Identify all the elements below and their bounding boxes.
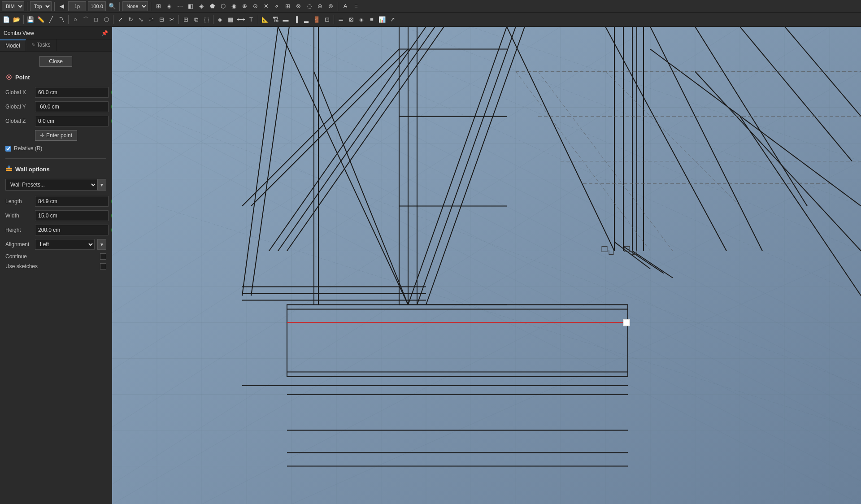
snap-toggle-icon[interactable]: ◈	[216, 15, 225, 24]
scale-icon[interactable]: ⤡	[136, 15, 145, 24]
trim-icon[interactable]: ✂	[167, 15, 176, 24]
snap3-icon[interactable]: ◧	[186, 2, 195, 11]
offset-icon[interactable]: ⊟	[157, 15, 166, 24]
width-input[interactable]	[35, 210, 109, 221]
snap14-icon[interactable]: ◌	[304, 2, 313, 11]
snap10-icon[interactable]: ✕	[261, 2, 270, 11]
global-x-check: ✓	[111, 88, 112, 97]
toolbar-extra1[interactable]: A	[341, 2, 350, 11]
rotate-icon[interactable]: ↻	[126, 15, 135, 24]
bim-dropdown[interactable]: BIM	[2, 1, 24, 11]
global-y-row: Global Y ✓	[5, 101, 106, 112]
relative-checkbox[interactable]	[5, 146, 11, 152]
alignment-select[interactable]: Left Center Right	[35, 239, 95, 250]
group-icon[interactable]: ⬚	[202, 15, 211, 24]
prev-view-icon[interactable]: ◀	[57, 2, 66, 11]
snap16-icon[interactable]: ⊜	[326, 2, 335, 11]
separator	[27, 2, 27, 11]
snap2-icon[interactable]: ⋯	[175, 2, 184, 11]
none-dropdown[interactable]: None	[122, 1, 148, 11]
snap9-icon[interactable]: ⊙	[251, 2, 260, 11]
wall-presets-arrow[interactable]: ▼	[97, 179, 106, 191]
view-dropdown[interactable]: Top	[30, 1, 52, 11]
grid-icon[interactable]: ⊞	[154, 2, 163, 11]
door-icon[interactable]: 🚪	[312, 15, 321, 24]
combo-view-header: Combo View 📌	[0, 27, 112, 39]
clone-icon[interactable]: ⧉	[191, 15, 200, 24]
toolbar-extra2[interactable]: ≡	[352, 2, 361, 11]
wall-icon[interactable]: ▬	[281, 15, 290, 24]
level-icon[interactable]: ═	[336, 15, 345, 24]
snap13-icon[interactable]: ⊗	[294, 2, 303, 11]
schedule-icon[interactable]: ≡	[367, 15, 376, 24]
section-icon[interactable]: ⊠	[347, 15, 356, 24]
render-icon[interactable]: ◈	[357, 15, 366, 24]
wall-options-header: Wall options	[5, 165, 106, 173]
wall-presets-select[interactable]: Wall Presets...	[5, 179, 97, 191]
export-icon[interactable]: ↗	[388, 15, 397, 24]
text-icon[interactable]: T	[247, 15, 256, 24]
floor-icon[interactable]: ▂	[302, 15, 311, 24]
line-width-input[interactable]: 1p	[68, 1, 86, 11]
height-input[interactable]	[35, 225, 109, 235]
polygon-icon[interactable]: ⬡	[102, 15, 111, 24]
snap11-icon[interactable]: ⋄	[272, 2, 281, 11]
panel-content: Close Point Global X ✓ Global Y	[0, 52, 112, 504]
move-icon[interactable]: ⤢	[116, 15, 125, 24]
sep8	[334, 15, 334, 24]
snap6-icon[interactable]: ⬡	[218, 2, 227, 11]
width-label: Width	[5, 213, 32, 219]
use-sketches-checkbox[interactable]	[100, 263, 106, 269]
column-icon[interactable]: ▐	[291, 15, 300, 24]
global-y-input[interactable]	[35, 101, 109, 112]
arc-icon[interactable]: ⌒	[81, 15, 90, 24]
workplane-icon[interactable]: ▦	[226, 15, 235, 24]
relative-row: Relative (R)	[5, 145, 106, 152]
bim-icon[interactable]: 🏗	[271, 15, 280, 24]
save-icon[interactable]: 💾	[26, 15, 35, 24]
array-icon[interactable]: ⊞	[181, 15, 190, 24]
alignment-arrow[interactable]: ▼	[97, 239, 106, 250]
global-z-input[interactable]	[35, 116, 109, 126]
viewport[interactable]	[112, 27, 861, 504]
tab-tasks[interactable]: ✎ Tasks	[26, 39, 57, 51]
zoom-input[interactable]: 100.0	[88, 1, 106, 11]
circle-icon[interactable]: ○	[71, 15, 80, 24]
dimension-icon[interactable]: ⟷	[236, 15, 245, 24]
polyline-icon[interactable]: 〽	[57, 15, 66, 24]
tab-bar: Model ✎ Tasks	[0, 39, 112, 52]
second-toolbar: 📄 📂 💾 ✏️ ╱ 〽 ○ ⌒ □ ⬡ ⤢ ↻ ⤡ ⇌ ⊟ ✂ ⊞ ⧉ ⬚ ◈…	[0, 13, 861, 27]
snap5-icon[interactable]: ⬟	[208, 2, 217, 11]
snap-icon[interactable]: ◈	[165, 2, 174, 11]
length-input[interactable]	[35, 196, 109, 207]
chart-icon[interactable]: 📊	[378, 15, 387, 24]
left-panel: Combo View 📌 Model ✎ Tasks Close Point	[0, 27, 112, 504]
tab-model[interactable]: Model	[0, 39, 26, 51]
top-toolbar: BIM Top ◀ 1p 100.0 🔍 None ⊞ ◈ ⋯ ◧ ◈ ⬟ ⬡ …	[0, 0, 861, 13]
use-sketches-label: Use sketches	[5, 263, 38, 269]
combo-view-title: Combo View	[4, 30, 34, 36]
global-z-label: Global Z	[5, 118, 32, 124]
pin-icon[interactable]: 📌	[101, 30, 108, 36]
window-icon[interactable]: ⊡	[322, 15, 331, 24]
global-x-input[interactable]	[35, 87, 109, 98]
snap8-icon[interactable]: ⊕	[240, 2, 249, 11]
enter-point-button[interactable]: ✛ Enter point	[35, 130, 77, 141]
snap15-icon[interactable]: ⊛	[315, 2, 324, 11]
zoom-icon[interactable]: 🔍	[108, 2, 117, 11]
line-icon[interactable]: ╱	[47, 15, 56, 24]
new-file-icon[interactable]: 📄	[2, 15, 11, 24]
svg-rect-3	[6, 169, 12, 171]
snap4-icon[interactable]: ◈	[197, 2, 206, 11]
sep5	[178, 15, 179, 24]
svg-point-1	[8, 76, 10, 78]
open-file-icon[interactable]: 📂	[12, 15, 21, 24]
rect-icon[interactable]: □	[91, 15, 100, 24]
close-button[interactable]: Close	[39, 56, 72, 67]
snap7-icon[interactable]: ◉	[229, 2, 238, 11]
measure-icon[interactable]: 📐	[261, 15, 270, 24]
continue-checkbox[interactable]	[100, 253, 106, 260]
mirror-icon[interactable]: ⇌	[147, 15, 156, 24]
snap12-icon[interactable]: ⊞	[283, 2, 292, 11]
sketch-icon[interactable]: ✏️	[36, 15, 45, 24]
